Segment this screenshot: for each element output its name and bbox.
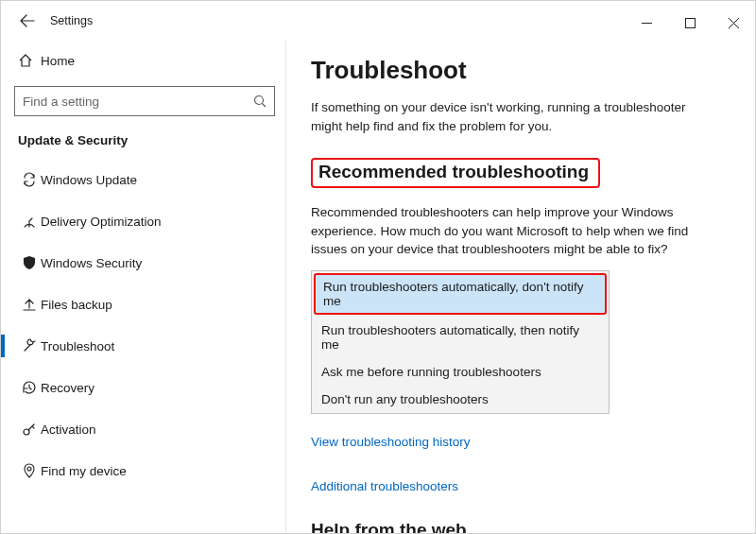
- sidebar-category: Update & Security: [18, 133, 276, 147]
- titlebar: Settings: [1, 1, 755, 41]
- dropdown-option[interactable]: Ask me before running troubleshooters: [312, 358, 609, 386]
- sidebar-item-label: Find my device: [41, 464, 127, 478]
- sidebar-item-windows-update[interactable]: Windows Update: [10, 159, 276, 200]
- search-icon: [253, 95, 266, 108]
- recovery-icon: [18, 380, 41, 395]
- sidebar-item-delivery-optimization[interactable]: Delivery Optimization: [10, 200, 276, 242]
- page-description: If something on your device isn't workin…: [311, 98, 708, 135]
- sidebar-item-troubleshoot[interactable]: Troubleshoot: [10, 325, 276, 367]
- sidebar-item-label: Activation: [41, 422, 96, 437]
- section-heading: Recommended troubleshooting: [318, 162, 589, 182]
- shield-icon: [18, 255, 41, 270]
- close-button[interactable]: [712, 7, 755, 39]
- troubleshoot-preference-dropdown[interactable]: Run troubleshooters automatically, don't…: [311, 270, 610, 414]
- sync-icon: [18, 172, 41, 187]
- sidebar-item-activation[interactable]: Activation: [10, 408, 276, 450]
- dropdown-option-selected[interactable]: Run troubleshooters automatically, don't…: [314, 273, 607, 315]
- svg-rect-1: [685, 18, 695, 27]
- dropdown-option-label: Don't run any troubleshooters: [321, 392, 489, 406]
- svg-line-3: [263, 104, 266, 108]
- page-title: Troubleshoot: [311, 56, 730, 85]
- sidebar-item-home[interactable]: Home: [10, 44, 276, 77]
- sidebar-item-windows-security[interactable]: Windows Security: [10, 242, 276, 284]
- close-icon: [729, 18, 739, 28]
- dropdown-option-label: Run troubleshooters automatically, then …: [321, 323, 579, 352]
- section-description: Recommended troubleshooters can help imp…: [311, 203, 708, 259]
- key-icon: [18, 422, 41, 437]
- search-input[interactable]: Find a setting: [14, 86, 275, 116]
- dropdown-option-label: Ask me before running troubleshooters: [321, 365, 541, 379]
- arrow-left-icon: [20, 13, 35, 28]
- search-placeholder: Find a setting: [23, 95, 253, 109]
- link-additional-troubleshooters[interactable]: Additional troubleshooters: [311, 479, 730, 493]
- sidebar-home-label: Home: [41, 54, 75, 68]
- back-button[interactable]: [14, 8, 41, 34]
- sidebar-item-label: Troubleshoot: [41, 339, 114, 353]
- help-from-web-heading: Help from the web: [311, 520, 730, 533]
- sidebar-item-label: Delivery Optimization: [41, 215, 162, 229]
- optimization-icon: [18, 214, 41, 229]
- sidebar-item-find-my-device[interactable]: Find my device: [10, 450, 276, 491]
- window-title: Settings: [50, 14, 93, 27]
- minimize-button[interactable]: [625, 7, 668, 39]
- wrench-icon: [18, 338, 41, 353]
- location-icon: [18, 463, 41, 478]
- sidebar-item-backup[interactable]: Files backup: [10, 284, 276, 325]
- svg-point-2: [255, 96, 264, 105]
- dropdown-option-label: Run troubleshooters automatically, don't…: [323, 280, 583, 308]
- sidebar-item-label: Files backup: [41, 298, 112, 312]
- window-controls: [625, 7, 755, 39]
- sidebar-item-recovery[interactable]: Recovery: [10, 367, 276, 408]
- maximize-icon: [685, 18, 696, 28]
- main-panel: Troubleshoot If something on your device…: [286, 41, 755, 533]
- upload-icon: [18, 297, 41, 312]
- sidebar-item-label: Windows Security: [41, 256, 142, 270]
- sidebar-item-label: Recovery: [41, 381, 94, 395]
- sidebar-item-label: Windows Update: [41, 173, 137, 187]
- section-heading-highlight: Recommended troubleshooting: [311, 158, 600, 188]
- sidebar: Home Find a setting Update & Security Wi…: [1, 41, 286, 533]
- minimize-icon: [642, 18, 652, 28]
- link-troubleshooting-history[interactable]: View troubleshooting history: [311, 435, 730, 449]
- home-icon: [18, 53, 41, 68]
- dropdown-option[interactable]: Don't run any troubleshooters: [312, 386, 609, 413]
- dropdown-option[interactable]: Run troubleshooters automatically, then …: [312, 317, 609, 358]
- maximize-button[interactable]: [668, 7, 712, 39]
